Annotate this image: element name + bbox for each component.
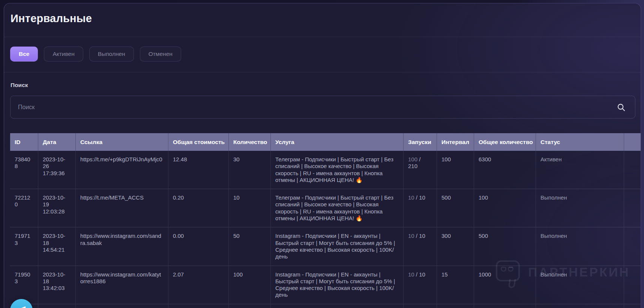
cell-quantity: 10 bbox=[229, 189, 271, 227]
cell-total-quantity: 100 bbox=[474, 189, 536, 227]
column-header-10 bbox=[624, 133, 641, 151]
column-header-5: Услуга bbox=[271, 133, 404, 151]
column-header-0: ID bbox=[10, 133, 38, 151]
filter-button-3[interactable]: Отменен bbox=[140, 47, 181, 62]
cell-service: Instagram - Подписчики | EN - аккаунты |… bbox=[271, 227, 404, 265]
search-input[interactable] bbox=[10, 96, 635, 119]
table-row: 7384082023-10-26 17:39:36https://t.me/+p… bbox=[10, 151, 641, 189]
column-header-1: Дата bbox=[38, 133, 76, 151]
table-row-partial bbox=[10, 304, 641, 308]
cell-extra bbox=[624, 227, 641, 265]
filter-button-1[interactable]: Активен bbox=[44, 47, 83, 62]
cell-total-quantity: 1000 bbox=[474, 266, 536, 304]
divider-under-title bbox=[4, 37, 641, 37]
cell-total-quantity: 6300 bbox=[474, 151, 536, 189]
cell-id: 719503 bbox=[10, 266, 38, 304]
cell-extra bbox=[624, 151, 641, 189]
content-panel: Интервальные ВсеАктивенВыполненОтменен П… bbox=[4, 3, 641, 308]
column-header-7: Интервал bbox=[437, 133, 474, 151]
cell-service: Телеграм - Подписчики | Быстрый старт | … bbox=[271, 151, 404, 189]
app-canvas: Интервальные ВсеАктивенВыполненОтменен П… bbox=[0, 0, 644, 308]
cell-service: Instagram - Подписчики | EN - аккаунты |… bbox=[271, 266, 404, 304]
cell-status: Выполнен bbox=[536, 266, 624, 304]
cell-interval: 15 bbox=[437, 266, 474, 304]
search-icon[interactable] bbox=[617, 103, 626, 112]
cell-link: https://www.instagram.com/sandra.sabak bbox=[76, 227, 168, 265]
column-header-6: Запуски bbox=[404, 133, 437, 151]
filter-button-2[interactable]: Выполнен bbox=[89, 47, 134, 62]
cell-date: 2023-10-18 13:42:03 bbox=[38, 266, 76, 304]
cell-runs: 10 / 10 bbox=[404, 189, 437, 227]
column-header-3: Общая стоимость bbox=[168, 133, 229, 151]
orders-table: IDДатаСсылкаОбщая стоимостьКоличествоУсл… bbox=[10, 133, 641, 308]
search-label: Поиск bbox=[11, 82, 641, 89]
cell-id: 722120 bbox=[10, 189, 38, 227]
cell-quantity: 30 bbox=[229, 151, 271, 189]
status-filter-bar: ВсеАктивенВыполненОтменен bbox=[10, 47, 641, 62]
table-row: 7195032023-10-18 13:42:03https://www.ins… bbox=[10, 266, 641, 304]
column-header-9: Статус bbox=[536, 133, 624, 151]
divider-under-filters bbox=[4, 72, 641, 72]
cell-runs: 10 / 10 bbox=[404, 227, 437, 265]
column-header-4: Количество bbox=[229, 133, 271, 151]
cell-quantity: 50 bbox=[229, 227, 271, 265]
telegram-plane-icon bbox=[15, 305, 26, 308]
cell-status: Выполнен bbox=[536, 227, 624, 265]
page-title: Интервальные bbox=[11, 12, 641, 25]
cell-service: Телеграм - Подписчики | Быстрый старт | … bbox=[271, 189, 404, 227]
search-field-wrapper bbox=[10, 96, 635, 119]
cell-id: 738408 bbox=[10, 151, 38, 189]
cell-status: Выполнен bbox=[536, 189, 624, 227]
cell-total-cost: 2.07 bbox=[168, 266, 229, 304]
table-row: 7221202023-10-19 12:03:28https://t.me/ME… bbox=[10, 189, 641, 227]
cell-link: https://t.me/META_ACCS bbox=[76, 189, 168, 227]
cell-id: 719713 bbox=[10, 227, 38, 265]
cell-interval: 300 bbox=[437, 227, 474, 265]
cell-extra bbox=[624, 189, 641, 227]
table-body: 7384082023-10-26 17:39:36https://t.me/+p… bbox=[10, 151, 641, 304]
cell-quantity: 100 bbox=[229, 266, 271, 304]
cell-interval: 100 bbox=[437, 151, 474, 189]
cell-date: 2023-10-19 12:03:28 bbox=[38, 189, 76, 227]
filter-button-0[interactable]: Все bbox=[10, 47, 38, 62]
table-row: 7197132023-10-18 14:54:21https://www.ins… bbox=[10, 227, 641, 266]
column-header-2: Ссылка bbox=[76, 133, 168, 151]
cell-date: 2023-10-26 17:39:36 bbox=[38, 151, 76, 189]
cell-status: Активен bbox=[536, 151, 624, 189]
cell-total-cost: 0.00 bbox=[168, 227, 229, 265]
table-header-row: IDДатаСсылкаОбщая стоимостьКоличествоУсл… bbox=[10, 133, 641, 151]
cell-extra bbox=[624, 266, 641, 304]
cell-total-cost: 12.48 bbox=[168, 151, 229, 189]
cell-interval: 500 bbox=[437, 189, 474, 227]
cell-runs: 10 / 10 bbox=[404, 266, 437, 304]
cell-link: https://www.instagram.com/katytorres1886 bbox=[76, 266, 168, 304]
cell-date: 2023-10-18 14:54:21 bbox=[38, 227, 76, 265]
cell-total-quantity: 500 bbox=[474, 227, 536, 265]
cell-total-cost: 0.20 bbox=[168, 189, 229, 227]
cell-runs: 100 / 210 bbox=[404, 151, 437, 189]
cell-link: https://t.me/+p9kgDTRiJnAyMjc0 bbox=[76, 151, 168, 189]
column-header-8: Общее количество bbox=[474, 133, 536, 151]
